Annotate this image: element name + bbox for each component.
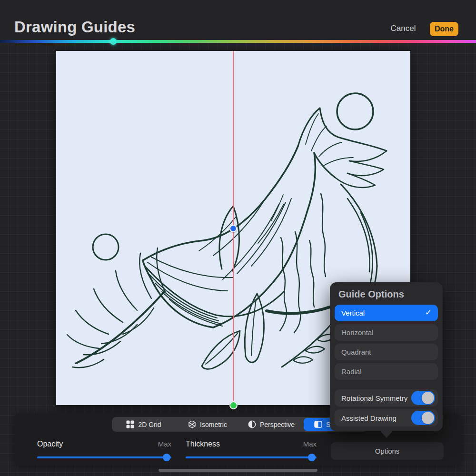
tab-label: Perspective — [260, 421, 295, 428]
guide-position-handle[interactable] — [229, 401, 238, 409]
grid-icon — [126, 420, 134, 428]
menu-item-label: Vertical — [341, 309, 365, 317]
toggle-label: Assisted Drawing — [341, 414, 397, 422]
thickness-label: Thickness — [186, 440, 220, 448]
tab-2d-grid[interactable]: 2D Grid — [112, 418, 175, 431]
assisted-drawing-toggle[interactable] — [411, 411, 435, 425]
opacity-slider[interactable] — [37, 456, 171, 458]
drawing-guides-screen: Drawing Guides Cancel Done 2D Grid — [0, 0, 476, 476]
rotational-symmetry-toggle[interactable] — [411, 391, 435, 405]
tab-label: 2D Grid — [138, 421, 161, 428]
isometric-icon — [188, 420, 196, 428]
popup-tail-pointer — [380, 431, 393, 438]
popup-section-gap — [335, 383, 438, 389]
menu-item-label: Horizontal — [341, 328, 374, 337]
options-button[interactable]: Options — [331, 442, 444, 460]
page-title: Drawing Guides — [14, 18, 135, 36]
perspective-icon — [248, 420, 256, 428]
checkmark-icon: ✓ — [425, 307, 432, 317]
guide-type-tab-bar: 2D Grid Isometric Perspective — [112, 417, 367, 432]
moon-circle — [337, 93, 373, 129]
toggle-knob — [422, 392, 434, 404]
rotational-symmetry-row: Rotational Symmetry — [335, 389, 438, 407]
assisted-drawing-row: Assisted Drawing — [335, 409, 438, 426]
home-indicator[interactable] — [159, 469, 317, 472]
opacity-value: Max — [158, 440, 171, 448]
tab-perspective[interactable]: Perspective — [240, 418, 303, 431]
menu-item-radial[interactable]: Radial — [335, 363, 438, 380]
guide-color-hue-slider[interactable] — [0, 40, 476, 43]
options-button-label: Options — [375, 447, 400, 455]
popup-title: Guide Options — [335, 288, 438, 305]
guide-rotation-handle[interactable] — [229, 225, 237, 232]
menu-item-vertical[interactable]: Vertical ✓ — [335, 305, 438, 321]
symmetry-icon — [314, 420, 322, 428]
tab-isometric[interactable]: Isometric — [176, 418, 239, 431]
thickness-slider-knob[interactable] — [308, 454, 316, 461]
top-bar: Drawing Guides Cancel Done — [0, 0, 476, 40]
toggle-knob — [422, 412, 434, 424]
cancel-button[interactable]: Cancel — [389, 24, 417, 33]
hue-slider-handle[interactable] — [110, 38, 117, 45]
opacity-slider-knob[interactable] — [163, 454, 170, 461]
thickness-value: Max — [303, 440, 317, 448]
done-button[interactable]: Done — [430, 22, 458, 36]
menu-item-label: Quadrant — [341, 348, 371, 356]
sun-circle — [93, 234, 119, 260]
tab-label: Isometric — [200, 421, 227, 428]
opacity-label: Opacity — [37, 440, 63, 448]
toggle-label: Rotational Symmetry — [341, 394, 407, 402]
guide-options-popup: Guide Options Vertical ✓ Horizontal Quad… — [330, 282, 443, 431]
menu-item-label: Radial — [341, 367, 362, 376]
menu-item-quadrant[interactable]: Quadrant — [335, 344, 438, 360]
menu-item-horizontal[interactable]: Horizontal — [335, 324, 438, 341]
thickness-slider[interactable] — [186, 456, 317, 458]
